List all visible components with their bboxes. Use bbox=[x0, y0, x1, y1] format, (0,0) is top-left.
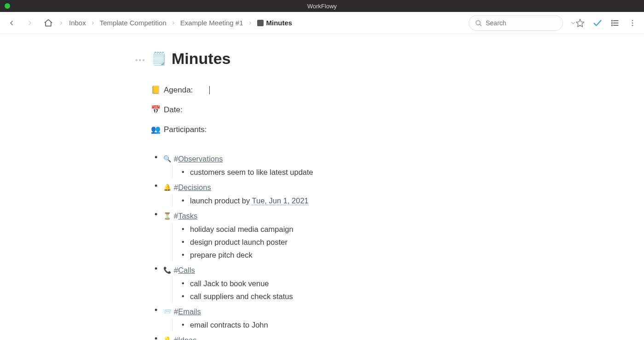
outline[interactable]: 🔍#Observationscustomers seem to like lat… bbox=[151, 153, 528, 340]
tag-link[interactable]: #Calls bbox=[174, 264, 195, 276]
page-title-row[interactable]: ••• 🗒️ Minutes bbox=[151, 50, 528, 68]
section-emoji-icon: 📨 bbox=[163, 305, 171, 317]
item-text: launch product by bbox=[190, 196, 252, 205]
meta-agenda-line[interactable]: 📒 Agenda: bbox=[151, 85, 528, 95]
outline-section[interactable]: 💡#Ideas bbox=[151, 334, 528, 340]
page-title-emoji: 🗒️ bbox=[151, 51, 167, 66]
outline-item[interactable]: launch product by Tue, Jun 1, 2021 bbox=[182, 194, 528, 207]
date-icon: 📅 bbox=[151, 105, 160, 115]
outline-item[interactable]: design product launch poster bbox=[182, 236, 528, 248]
outline-section[interactable]: ⏳#Tasksholiday social media campaigndesi… bbox=[151, 210, 528, 261]
complete-toggle-button[interactable] bbox=[592, 18, 603, 28]
document-content[interactable]: ••• 🗒️ Minutes 📒 Agenda: 📅 Date: 👥 Parti… bbox=[0, 34, 644, 340]
section-emoji-icon: 📞 bbox=[163, 264, 171, 276]
participants-icon: 👥 bbox=[151, 125, 160, 134]
tag-link[interactable]: #Tasks bbox=[174, 210, 197, 222]
breadcrumb-current-label: Minutes bbox=[266, 19, 293, 27]
outline-item[interactable]: call suppliers and check status bbox=[182, 290, 528, 303]
tag-link[interactable]: #Decisions bbox=[174, 181, 211, 193]
outline-item[interactable]: prepare pitch deck bbox=[182, 248, 528, 261]
outline-section[interactable]: 🔍#Observationscustomers seem to like lat… bbox=[151, 153, 528, 179]
star-button[interactable] bbox=[575, 18, 585, 28]
breadcrumb-separator bbox=[59, 21, 63, 25]
svg-point-10 bbox=[632, 22, 633, 23]
svg-point-8 bbox=[612, 25, 613, 26]
section-header[interactable]: 📞#Calls bbox=[163, 264, 528, 276]
window-controls bbox=[5, 3, 10, 9]
meta-participants-line[interactable]: 👥 Participants: bbox=[151, 125, 528, 134]
section-emoji-icon: 💡 bbox=[163, 334, 171, 340]
participants-label: Participants: bbox=[164, 125, 207, 134]
section-header[interactable]: 🔍#Observations bbox=[163, 153, 528, 165]
breadcrumb-current[interactable]: Minutes bbox=[257, 19, 293, 27]
breadcrumb-example-meeting[interactable]: Example Meeting #1 bbox=[180, 19, 243, 27]
section-emoji-icon: ⏳ bbox=[163, 210, 171, 222]
page-icon bbox=[257, 20, 264, 26]
nav-forward-button[interactable] bbox=[25, 18, 35, 28]
section-header[interactable]: ⏳#Tasks bbox=[163, 210, 528, 222]
svg-marker-2 bbox=[576, 19, 584, 27]
tag-link[interactable]: #Observations bbox=[174, 153, 223, 165]
section-header[interactable]: 🔔#Decisions bbox=[163, 181, 528, 193]
tag-link[interactable]: #Ideas bbox=[174, 334, 197, 340]
breadcrumbs: Inbox Template Competition Example Meeti… bbox=[69, 19, 292, 27]
svg-point-7 bbox=[612, 23, 613, 23]
search-input[interactable] bbox=[486, 19, 566, 27]
breadcrumb-separator bbox=[248, 21, 253, 25]
outline-section[interactable]: 📨#Emailsemail contracts to John bbox=[151, 305, 528, 331]
svg-line-1 bbox=[480, 24, 481, 26]
section-emoji-icon: 🔔 bbox=[163, 181, 171, 193]
section-emoji-icon: 🔍 bbox=[163, 153, 171, 165]
search-icon bbox=[475, 19, 482, 27]
section-header[interactable]: 💡#Ideas bbox=[163, 334, 528, 340]
window-zoom-button[interactable] bbox=[5, 3, 10, 9]
list-view-button[interactable] bbox=[610, 18, 620, 28]
svg-point-9 bbox=[632, 20, 633, 21]
search-box[interactable] bbox=[469, 15, 563, 31]
outline-section[interactable]: 📞#Callscall Jack to book venuecall suppl… bbox=[151, 264, 528, 303]
toolbar: Inbox Template Competition Example Meeti… bbox=[0, 12, 644, 34]
tag-link[interactable]: #Emails bbox=[174, 305, 201, 317]
section-header[interactable]: 📨#Emails bbox=[163, 305, 528, 317]
window-titlebar: WorkFlowy bbox=[0, 0, 644, 12]
agenda-label: Agenda: bbox=[164, 86, 193, 95]
breadcrumb-separator bbox=[171, 21, 176, 25]
outline-section[interactable]: 🔔#Decisionslaunch product by Tue, Jun 1,… bbox=[151, 181, 528, 207]
home-button[interactable] bbox=[43, 18, 53, 28]
outline-item[interactable]: email contracts to John bbox=[182, 318, 528, 331]
breadcrumb-inbox[interactable]: Inbox bbox=[69, 19, 86, 27]
app-title: WorkFlowy bbox=[307, 3, 337, 10]
drag-handle-icon[interactable]: ••• bbox=[135, 56, 146, 64]
outline-item[interactable]: holiday social media campaign bbox=[182, 223, 528, 236]
outline-item[interactable]: call Jack to book venue bbox=[182, 277, 528, 290]
svg-point-6 bbox=[612, 20, 613, 21]
meta-date-line[interactable]: 📅 Date: bbox=[151, 105, 528, 115]
breadcrumb-template-competition[interactable]: Template Competition bbox=[100, 19, 167, 27]
page-title[interactable]: Minutes bbox=[172, 50, 230, 68]
svg-point-11 bbox=[632, 24, 633, 26]
date-link[interactable]: Tue, Jun 1, 2021 bbox=[252, 196, 309, 205]
agenda-icon: 📒 bbox=[151, 85, 160, 95]
date-label: Date: bbox=[164, 105, 183, 115]
more-menu-button[interactable] bbox=[627, 18, 638, 28]
nav-back-button[interactable] bbox=[6, 18, 17, 28]
breadcrumb-separator bbox=[91, 21, 95, 25]
outline-item[interactable]: customers seem to like latest update bbox=[182, 166, 528, 179]
text-caret bbox=[209, 86, 210, 94]
